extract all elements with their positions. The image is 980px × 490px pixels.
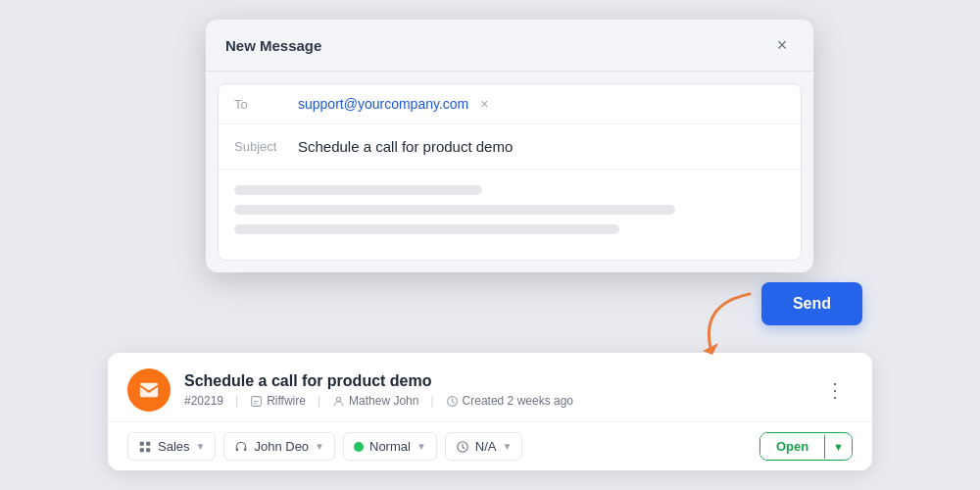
open-chevron-icon[interactable]: ▼ (824, 435, 852, 459)
subject-field-row: Subject Schedule a call for product demo (219, 124, 801, 170)
grid-icon (138, 440, 152, 454)
to-field-row: To support@yourcompany.com × (219, 84, 801, 124)
priority-chevron-icon: ▼ (416, 441, 426, 452)
time-icon (456, 440, 469, 454)
na-dropdown[interactable]: N/A ▼ (445, 432, 523, 461)
svg-rect-5 (140, 441, 144, 445)
svg-point-3 (336, 397, 340, 401)
to-clear-icon[interactable]: × (480, 96, 488, 112)
to-value: support@yourcompany.com × (298, 96, 785, 112)
open-label[interactable]: Open (760, 433, 824, 460)
na-chevron-icon: ▼ (502, 441, 512, 452)
agent-dropdown[interactable]: John Deo ▼ (223, 432, 335, 461)
ticket-created: Created 2 weeks ago (446, 394, 573, 408)
email-icon (138, 379, 160, 401)
svg-rect-10 (244, 448, 246, 451)
email-compose-modal: New Message × To support@yourcompany.com… (206, 20, 813, 272)
priority-dropdown[interactable]: Normal ▼ (343, 432, 437, 461)
open-status-button[interactable]: Open ▼ (760, 432, 853, 461)
ticket-title: Schedule a call for product demo (184, 372, 817, 390)
company-icon (250, 395, 263, 408)
skeleton-line-1 (234, 185, 482, 195)
sales-chevron-icon: ▼ (196, 441, 206, 452)
modal-close-button[interactable]: × (770, 33, 794, 57)
arrow-indicator (681, 284, 769, 363)
ticket-id: #20219 (184, 394, 223, 408)
subject-value: Schedule a call for product demo (298, 138, 513, 155)
to-label: To (234, 97, 298, 112)
agent-chevron-icon: ▼ (315, 441, 324, 452)
svg-rect-7 (140, 448, 144, 452)
skeleton-line-3 (234, 224, 619, 234)
ticket-assignee: Mathew John (332, 394, 418, 408)
to-email: support@yourcompany.com (298, 96, 468, 112)
modal-header: New Message × (206, 20, 813, 72)
svg-rect-8 (146, 448, 150, 452)
ticket-company: Riffwire (250, 394, 306, 408)
modal-body: To support@yourcompany.com × Subject Sch… (218, 83, 802, 261)
modal-title: New Message (225, 37, 321, 54)
subject-label: Subject (234, 139, 298, 154)
svg-rect-1 (140, 383, 158, 398)
skeleton-line-2 (234, 205, 675, 215)
ticket-more-button[interactable]: ⋮ (817, 374, 853, 406)
svg-rect-9 (236, 448, 238, 451)
send-button[interactable]: Send (761, 282, 862, 325)
ticket-info: Schedule a call for product demo #20219 … (184, 372, 817, 408)
ticket-card: Schedule a call for product demo #20219 … (108, 353, 872, 470)
clock-icon (446, 395, 459, 408)
headphone-icon (234, 440, 248, 454)
ticket-main-section: Schedule a call for product demo #20219 … (108, 353, 872, 421)
email-body-area[interactable] (219, 170, 801, 260)
priority-dot (354, 442, 364, 452)
ticket-icon (127, 368, 171, 412)
person-icon (332, 395, 345, 408)
ticket-toolbar: Sales ▼ John Deo ▼ Normal ▼ N/A ▼ Open ▼ (108, 421, 872, 470)
ticket-meta: #20219 | Riffwire | Mathew John | Create (184, 394, 817, 408)
sales-dropdown[interactable]: Sales ▼ (127, 432, 216, 461)
svg-rect-6 (146, 441, 150, 445)
